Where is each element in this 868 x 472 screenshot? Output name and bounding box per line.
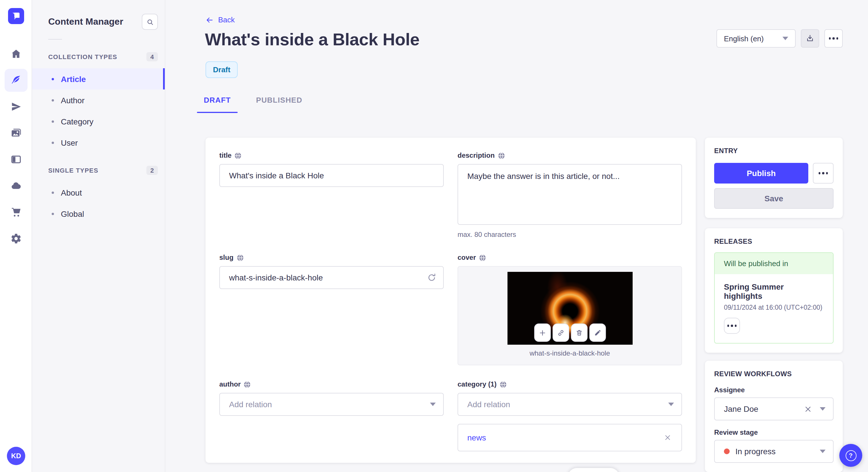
review-stage-label: Review stage xyxy=(714,429,834,436)
copy-link-button[interactable] xyxy=(552,324,569,342)
stage-value: In progress xyxy=(735,447,776,456)
entry-more-button[interactable] xyxy=(813,163,834,183)
nav-content-manager[interactable] xyxy=(4,69,27,92)
sidebar-item-category[interactable]: Category xyxy=(32,111,165,132)
strapi-admin: KD Content Manager COLLECTION TYPES 4 Ar… xyxy=(0,0,868,472)
refresh-icon xyxy=(427,272,437,283)
strapi-logo-icon xyxy=(8,8,24,24)
tab-draft[interactable]: DRAFT xyxy=(197,92,238,113)
regenerate-slug-button[interactable] xyxy=(426,272,437,283)
relation-card-news: news xyxy=(458,424,682,451)
tab-published[interactable]: PUBLISHED xyxy=(249,92,309,113)
back-label: Back xyxy=(218,15,235,24)
status-badge: Draft xyxy=(206,61,238,78)
entry-form-card: title description xyxy=(206,138,696,463)
page-title: What's inside a Black Hole xyxy=(205,30,420,49)
releases-panel-title: RELEASES xyxy=(714,237,834,245)
ellipsis-icon xyxy=(829,38,838,40)
cover-caption: what-s-inside-a-black-hole xyxy=(530,349,610,357)
field-label-cover: cover xyxy=(458,254,476,262)
clear-assignee-button[interactable] xyxy=(804,405,812,413)
search-icon xyxy=(146,18,154,26)
nav-content-type-builder[interactable] xyxy=(4,148,27,171)
review-stage-select[interactable]: In progress xyxy=(714,440,834,463)
question-mark-icon: ? xyxy=(845,450,856,461)
edit-asset-button[interactable] xyxy=(589,324,606,342)
user-avatar[interactable]: KD xyxy=(7,447,25,465)
sidebar-item-author[interactable]: Author xyxy=(32,90,165,111)
field-label-slug: slug xyxy=(219,254,234,262)
pencil-icon xyxy=(594,329,601,336)
field-label-description: description xyxy=(458,151,495,160)
divider xyxy=(48,39,62,40)
nav-marketplace[interactable] xyxy=(4,201,27,224)
sidebar-item-label: User xyxy=(61,138,78,147)
assignee-select[interactable]: Jane Doe xyxy=(714,398,834,420)
search-button[interactable] xyxy=(142,14,158,30)
release-more-button[interactable] xyxy=(724,318,740,334)
nav-home[interactable] xyxy=(4,42,27,65)
description-textarea[interactable]: Maybe the answer is in this article, or … xyxy=(458,164,682,225)
sidebar-item-label: Global xyxy=(61,209,84,218)
assignee-value: Jane Doe xyxy=(724,404,758,413)
title-input[interactable] xyxy=(219,164,444,187)
review-workflows-panel: REVIEW WORKFLOWS Assignee Jane Doe Revie… xyxy=(705,361,843,472)
add-asset-button[interactable] xyxy=(534,324,551,342)
delete-asset-button[interactable] xyxy=(570,324,587,342)
sidebar-item-about[interactable]: About xyxy=(32,182,165,203)
ellipsis-icon xyxy=(818,172,828,174)
paper-plane-icon xyxy=(10,101,22,112)
release-name: Spring Summer highlights xyxy=(724,282,824,301)
gear-icon xyxy=(10,233,22,244)
nav-releases[interactable] xyxy=(4,95,27,118)
sidebar-item-user[interactable]: User xyxy=(32,132,165,153)
close-icon xyxy=(664,434,671,441)
plus-icon xyxy=(538,329,546,336)
chevron-down-icon xyxy=(820,407,826,411)
strapi-logo[interactable] xyxy=(8,8,24,24)
nav-deploy[interactable] xyxy=(4,174,27,197)
category-relation-select[interactable]: Add relation xyxy=(458,393,682,416)
back-link[interactable]: Back xyxy=(206,15,235,24)
download-button[interactable] xyxy=(801,29,819,47)
cover-asset-box: what-s-inside-a-black-hole xyxy=(458,266,682,365)
bullet-icon xyxy=(52,212,54,215)
field-slug: slug xyxy=(219,254,444,365)
slug-input[interactable] xyxy=(219,266,444,289)
relation-link[interactable]: news xyxy=(467,433,486,442)
close-icon xyxy=(804,405,812,413)
globe-icon xyxy=(479,254,486,261)
author-placeholder: Add relation xyxy=(229,400,272,409)
cart-icon xyxy=(10,206,22,218)
release-card: Will be published in Spring Summer highl… xyxy=(714,252,834,343)
images-icon xyxy=(10,127,22,139)
field-title: title xyxy=(219,151,444,239)
sidebar-item-label: Author xyxy=(61,96,85,105)
globe-icon xyxy=(235,152,242,159)
trash-icon xyxy=(575,329,583,336)
locale-select[interactable]: English (en) xyxy=(716,29,796,47)
more-options-button[interactable] xyxy=(825,29,843,47)
globe-icon xyxy=(244,380,251,388)
sidebar-item-global[interactable]: Global xyxy=(32,203,165,224)
side-panel: ENTRY Publish Save RELEASES Will be publ… xyxy=(705,138,843,472)
chevron-down-icon xyxy=(430,403,436,406)
field-description: description Maybe the answer is in this … xyxy=(458,151,682,239)
download-icon xyxy=(805,34,815,43)
main-content: Back What's inside a Black Hole English … xyxy=(165,0,868,472)
home-icon xyxy=(10,48,22,60)
remove-relation-button[interactable] xyxy=(663,433,672,442)
review-panel-title: REVIEW WORKFLOWS xyxy=(714,370,834,378)
sidebar-item-article[interactable]: Article xyxy=(32,68,165,90)
publish-button[interactable]: Publish xyxy=(714,163,808,183)
nav-settings[interactable] xyxy=(4,227,27,250)
chevron-down-icon xyxy=(668,403,674,406)
locale-value: English (en) xyxy=(724,34,764,43)
release-date: 09/11/2024 at 16:00 (UTC+02:00) xyxy=(724,304,824,311)
chevron-down-icon xyxy=(782,37,788,40)
help-button[interactable]: ? xyxy=(839,444,862,467)
nav-media-library[interactable] xyxy=(4,122,27,144)
author-relation-select[interactable]: Add relation xyxy=(219,393,444,416)
save-button[interactable]: Save xyxy=(714,188,834,209)
globe-icon xyxy=(236,254,244,261)
